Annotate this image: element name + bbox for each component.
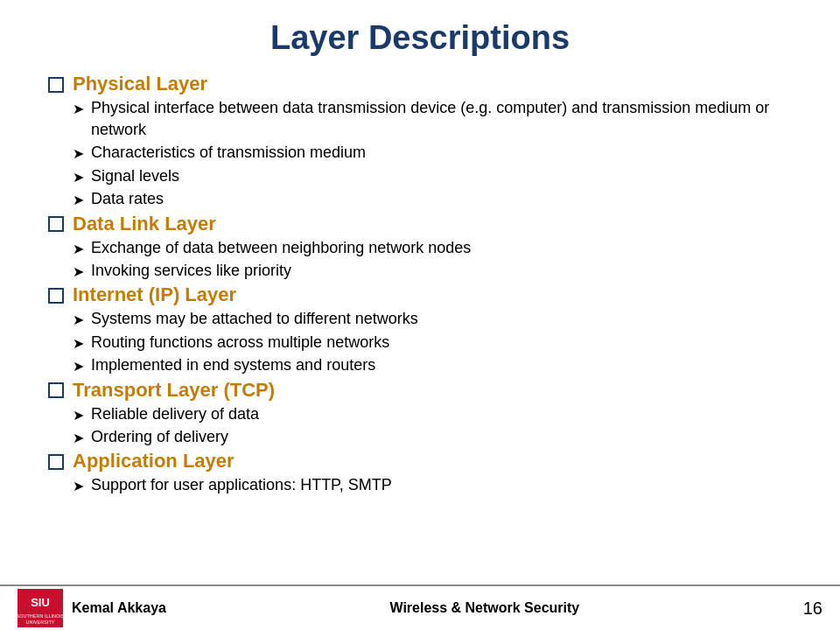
section-header-physical: Physical Layer [48, 73, 792, 95]
list-item: ➤Support for user applications: HTTP, SM… [73, 474, 792, 496]
footer-course: Wireless & Network Security [389, 600, 579, 616]
section-header-data-link: Data Link Layer [48, 213, 792, 235]
arrow-icon: ➤ [73, 334, 84, 354]
arrow-icon: ➤ [73, 429, 84, 448]
list-item-text: Support for user applications: HTTP, SMT… [91, 474, 392, 496]
list-item-text: Physical interface between data transmis… [91, 97, 792, 141]
footer-left: SIU SOUTHERN ILLINOIS UNIVERSITY Kemal A… [18, 589, 166, 627]
section-title-data-link: Data Link Layer [73, 213, 216, 235]
list-item-text: Systems may be attached to different net… [91, 308, 418, 330]
arrow-icon: ➤ [73, 406, 84, 425]
arrow-icon: ➤ [73, 100, 84, 119]
list-item: ➤Ordering of delivery [73, 426, 792, 448]
slide-title: Layer Descriptions [0, 0, 840, 66]
arrow-icon: ➤ [73, 357, 84, 376]
checkbox-icon [48, 288, 64, 304]
section-header-transport: Transport Layer (TCP) [48, 379, 792, 402]
list-item: ➤Data rates [73, 188, 792, 210]
arrow-icon: ➤ [73, 262, 84, 282]
list-item: ➤Physical interface between data transmi… [73, 97, 792, 141]
list-item-text: Signal levels [91, 165, 179, 187]
list-item-text: Ordering of delivery [91, 426, 228, 448]
section-internet: Internet (IP) Layer➤Systems may be attac… [48, 284, 792, 376]
sub-items-internet: ➤Systems may be attached to different ne… [73, 308, 792, 376]
arrow-icon: ➤ [73, 168, 84, 187]
arrow-icon: ➤ [73, 477, 84, 496]
footer-page: 16 [803, 598, 822, 619]
list-item: ➤Characteristics of transmission medium [73, 142, 792, 164]
sub-items-physical: ➤Physical interface between data transmi… [73, 97, 792, 211]
list-item-text: Reliable delivery of data [91, 403, 259, 425]
checkbox-icon [48, 77, 64, 93]
footer-author: Kemal Akkaya [72, 600, 166, 616]
section-data-link: Data Link Layer➤Exchange of data between… [48, 213, 792, 283]
arrow-icon: ➤ [73, 240, 84, 259]
siu-logo-icon: SIU SOUTHERN ILLINOIS UNIVERSITY [18, 589, 63, 627]
list-item: ➤Implemented in end systems and routers [73, 354, 792, 376]
list-item-text: Implemented in end systems and routers [91, 354, 375, 376]
section-title-application: Application Layer [73, 450, 234, 472]
list-item: ➤Signal levels [73, 165, 792, 187]
section-application: Application Layer➤Support for user appli… [48, 450, 792, 496]
list-item: ➤Exchange of data between neighboring ne… [73, 237, 792, 259]
arrow-icon: ➤ [73, 311, 84, 330]
checkbox-icon [48, 454, 64, 470]
content-area: Physical Layer➤Physical interface betwee… [0, 66, 840, 584]
section-header-internet: Internet (IP) Layer [48, 284, 792, 306]
list-item: ➤Invoking services like priority [73, 260, 792, 282]
list-item: ➤Systems may be attached to different ne… [73, 308, 792, 330]
sub-items-application: ➤Support for user applications: HTTP, SM… [73, 474, 792, 496]
section-title-physical: Physical Layer [73, 73, 207, 95]
section-title-internet: Internet (IP) Layer [73, 284, 236, 306]
arrow-icon: ➤ [73, 191, 84, 210]
section-title-transport: Transport Layer (TCP) [73, 379, 275, 402]
section-transport: Transport Layer (TCP)➤Reliable delivery … [48, 379, 792, 449]
list-item: ➤Routing functions across multiple netwo… [73, 332, 792, 354]
checkbox-icon [48, 216, 64, 232]
footer: SIU SOUTHERN ILLINOIS UNIVERSITY Kemal A… [0, 584, 840, 630]
list-item-text: Exchange of data between neighboring net… [91, 237, 471, 259]
sub-items-transport: ➤Reliable delivery of data➤Ordering of d… [73, 403, 792, 449]
arrow-icon: ➤ [73, 144, 84, 164]
section-physical: Physical Layer➤Physical interface betwee… [48, 73, 792, 211]
list-item-text: Invoking services like priority [91, 260, 291, 282]
svg-text:SOUTHERN ILLINOIS: SOUTHERN ILLINOIS [18, 613, 63, 619]
slide: Layer Descriptions Physical Layer➤Physic… [0, 0, 840, 630]
list-item-text: Routing functions across multiple networ… [91, 332, 389, 354]
list-item: ➤Reliable delivery of data [73, 403, 792, 425]
checkbox-icon [48, 382, 64, 398]
svg-text:UNIVERSITY: UNIVERSITY [25, 620, 54, 625]
list-item-text: Data rates [91, 188, 164, 210]
svg-text:SIU: SIU [31, 596, 50, 609]
sub-items-data-link: ➤Exchange of data between neighboring ne… [73, 237, 792, 283]
list-item-text: Characteristics of transmission medium [91, 142, 366, 164]
section-header-application: Application Layer [48, 450, 792, 472]
